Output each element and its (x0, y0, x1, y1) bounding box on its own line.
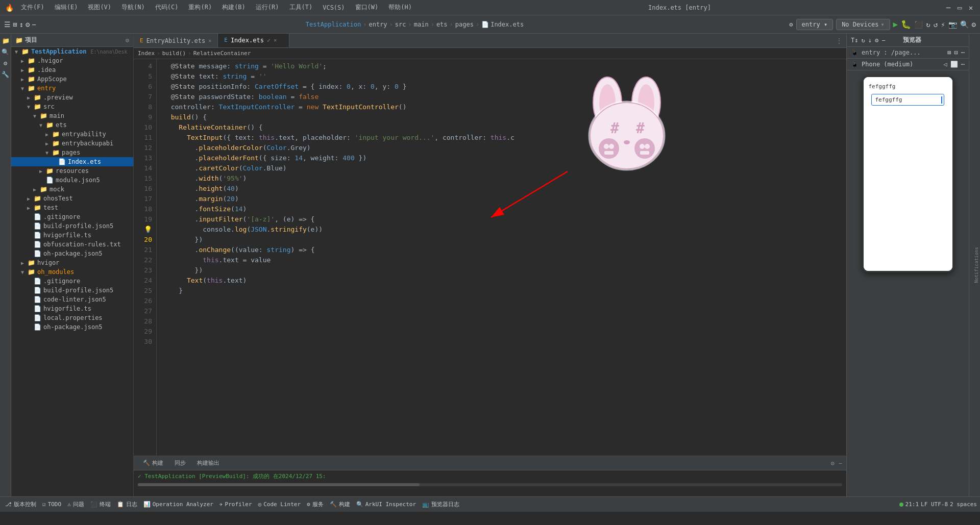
tree-item-hvigor[interactable]: ▶ 📁 hvigor (11, 258, 133, 267)
preview-settings-icon[interactable]: ⚙ (875, 37, 878, 44)
preview-layout-icon[interactable]: ⊞ (947, 49, 951, 56)
tree-item-local-props[interactable]: 📄 local.properties (11, 313, 133, 322)
tree-item-ets[interactable]: ▼ 📁 ets (11, 120, 133, 130)
tree-item-oh-package-entry[interactable]: 📄 oh-package.json5 (11, 249, 133, 258)
sidebar-options-icon[interactable]: ⚙ (126, 37, 129, 44)
tree-item-entryability[interactable]: ▶ 📁 entryability (11, 130, 133, 139)
preview-minus-icon[interactable]: − (881, 37, 885, 44)
toolbar-sync-icon[interactable]: ↕ (19, 20, 23, 29)
menu-tools[interactable]: 工具(T) (286, 3, 316, 12)
status-tab-operation-analyzer[interactable]: 📊 Operation Analyzer (141, 501, 215, 508)
menu-code[interactable]: 代码(C) (152, 3, 182, 12)
bottom-scrollbar[interactable] (138, 483, 842, 486)
stop-button[interactable]: ⬛ (914, 20, 923, 29)
sync-button[interactable]: ↻ (926, 20, 930, 29)
tree-item-build-profile-entry[interactable]: 📄 build-profile.json5 (11, 221, 133, 231)
breadcrumb-main[interactable]: main (414, 21, 429, 28)
more-device-icon[interactable]: ⋯ (961, 61, 965, 68)
menu-window[interactable]: 窗口(W) (352, 3, 382, 12)
tree-item-hvigorfile-entry[interactable]: 📄 hvigorfile.ts (11, 231, 133, 240)
code-content[interactable]: @State message: string = 'Hello World'; … (157, 59, 846, 456)
close-button[interactable]: ✕ (967, 4, 975, 12)
toolbar-settings-icon[interactable]: ⚙ (26, 20, 30, 29)
camera-icon[interactable]: 📷 (948, 20, 957, 29)
search-icon[interactable]: 🔍 (960, 20, 969, 29)
status-tab-profiler[interactable]: ✈ Profiler (217, 501, 254, 508)
tree-item-resources[interactable]: ▶ 📁 resources (11, 166, 133, 176)
phone-frame-icon[interactable]: ⬜ (950, 61, 958, 68)
reload-button[interactable]: ↺ (934, 20, 938, 29)
tree-item-root[interactable]: ▼ 📁 TestApplication E:\nana\Desk (11, 47, 133, 56)
menu-edit[interactable]: 编辑(E) (52, 3, 81, 12)
close-bottom-icon[interactable]: − (839, 460, 842, 467)
left-strip-icon-3[interactable]: ⚙ (4, 60, 7, 67)
breadcrumb-entry[interactable]: entry (369, 21, 387, 28)
download-icon[interactable]: ↓ (868, 37, 872, 44)
tree-item-appscope[interactable]: ▶ 📁 AppScope (11, 74, 133, 84)
status-tab-problems[interactable]: ⚠ 问题 (65, 501, 86, 508)
tree-item-index-ets[interactable]: 📄 Index.ets (11, 157, 133, 166)
tree-item-oh-package-root[interactable]: 📄 oh-package.json5 (11, 322, 133, 332)
menu-run[interactable]: 运行(R) (253, 3, 282, 12)
breadcrumb-file[interactable]: 📄Index.ets (481, 21, 524, 28)
tree-item-gitignore-root[interactable]: 📄 .gitignore (11, 277, 133, 286)
tree-item-ohostest[interactable]: ▶ 📁 ohosTest (11, 194, 133, 203)
tab-close-1[interactable]: ✕ (208, 38, 211, 43)
menu-vcs[interactable]: VCS(S) (320, 4, 348, 11)
status-tab-todo[interactable]: ☑ TODO (40, 501, 63, 508)
bottom-tab-build[interactable]: 🔨 构建 (138, 458, 168, 468)
tree-item-gitignore-entry[interactable]: 📄 .gitignore (11, 212, 133, 221)
breadcrumb-src[interactable]: src (395, 21, 406, 28)
settings-bottom-icon[interactable]: ⚙ (831, 460, 835, 467)
menu-view[interactable]: 视图(V) (85, 3, 114, 12)
breadcrumb-index[interactable]: Index (138, 50, 155, 57)
status-tab-arkui-inspector[interactable]: 🔍 ArkUI Inspector (354, 501, 418, 508)
breadcrumb-ets[interactable]: ets (436, 21, 448, 28)
tree-item-pages[interactable]: ▼ 📁 pages (11, 148, 133, 157)
run-button[interactable]: ▶ (893, 19, 898, 29)
no-devices-button[interactable]: entry ▾ (796, 19, 834, 30)
status-tab-terminal[interactable]: ⬛ 终端 (88, 501, 113, 508)
tree-item-main[interactable]: ▼ 📁 main (11, 111, 133, 120)
tree-item-hvigorfile-root[interactable]: 📄 hvigorfile.ts (11, 304, 133, 313)
status-tab-log[interactable]: 📋 日志 (115, 501, 139, 508)
status-tab-code-linter[interactable]: ◎ Code Linter (256, 501, 303, 508)
preview-more-icon[interactable]: ⋯ (961, 49, 965, 56)
device-selector-button[interactable]: No Devices ▾ (836, 19, 890, 30)
toolbar-minus-icon[interactable]: − (32, 20, 36, 29)
debug-button[interactable]: 🐛 (901, 19, 911, 29)
status-tab-service[interactable]: ⚙ 服务 (305, 501, 326, 508)
minimize-button[interactable]: ─ (944, 4, 952, 12)
left-strip-icon-1[interactable]: 📁 (2, 37, 9, 44)
bottom-tab-build-output[interactable]: 构建输出 (192, 458, 225, 468)
tab-index[interactable]: Ε Index.ets ✓ ✕ (218, 34, 289, 47)
tree-item-test[interactable]: ▶ 📁 test (11, 203, 133, 212)
right-edge-notifications[interactable]: Notifications (973, 244, 980, 286)
menu-file[interactable]: 文件(F) (18, 3, 47, 12)
tree-item-entrybackup[interactable]: ▶ 📁 entrybackupabi (11, 139, 133, 148)
tree-item-obfuscation[interactable]: 📄 obfuscation-rules.txt (11, 240, 133, 249)
tab-close-2[interactable]: ✕ (274, 37, 277, 43)
breadcrumb-app[interactable]: TestApplication (306, 21, 361, 28)
breadcrumb-pages[interactable]: pages (455, 21, 474, 28)
settings-gear-icon[interactable]: ⚙ (789, 21, 793, 28)
tab-more-icon[interactable]: ⋮ (836, 37, 842, 44)
menu-refactor[interactable]: 重构(R) (185, 3, 215, 12)
preview-grid-icon[interactable]: ⊟ (954, 49, 958, 56)
tree-item-hvigor[interactable]: ▶ 📁 .hvigor (11, 56, 133, 65)
status-tab-version-control[interactable]: ⎇ 版本控制 (3, 501, 38, 508)
status-tab-build[interactable]: 🔨 构建 (328, 501, 352, 508)
left-strip-icon-2[interactable]: 🔍 (2, 48, 9, 56)
menu-build[interactable]: 构建(B) (219, 3, 249, 12)
code-editor[interactable]: 4 5 6 7 8 9 10 11 12 13 14 15 16 17 18 1… (134, 59, 846, 456)
maximize-button[interactable]: ▭ (955, 4, 964, 12)
tree-item-src[interactable]: ▼ 📁 src (11, 102, 133, 111)
tree-item-idea[interactable]: ▶ 📁 .idea (11, 65, 133, 74)
tree-item-module-json5[interactable]: 📄 module.json5 (11, 176, 133, 185)
tree-item-mock[interactable]: ▶ 📁 mock (11, 185, 133, 194)
tree-item-oh-modules[interactable]: ▼ 📁 oh_modules (11, 267, 133, 277)
status-tab-preview-log[interactable]: 📺 预览器日志 (420, 501, 461, 508)
refresh-icon[interactable]: ↻ (861, 37, 865, 44)
left-strip-icon-4[interactable]: 🔧 (2, 71, 9, 78)
breadcrumb-build[interactable]: build() (162, 50, 186, 57)
